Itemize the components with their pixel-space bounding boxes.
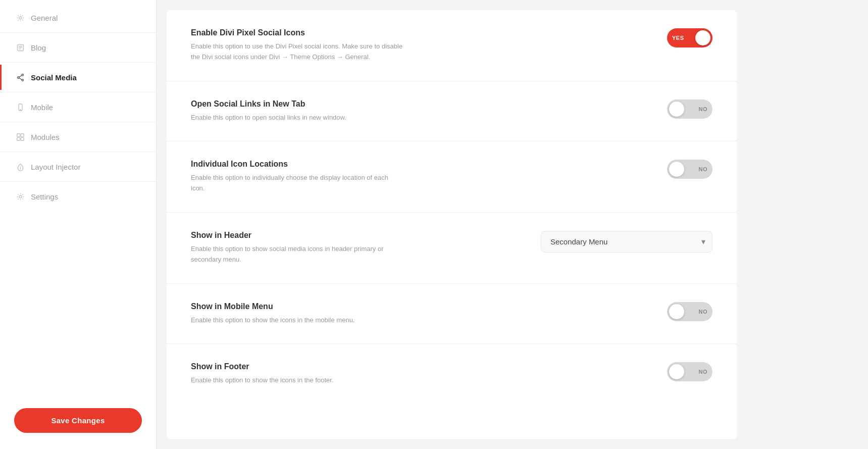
- svg-point-5: [22, 74, 23, 75]
- toggle-label-yes: YES: [672, 35, 684, 41]
- setting-row-individual-icon-locations: Individual Icon Locations Enable this op…: [167, 141, 737, 213]
- setting-label-individual-icon-locations: Individual Icon Locations: [191, 160, 403, 169]
- nav-divider-1: [0, 32, 156, 33]
- svg-rect-12: [17, 133, 20, 136]
- toggle-knob-show-in-footer: [669, 364, 684, 379]
- save-changes-button[interactable]: Save Changes: [14, 408, 142, 433]
- toggle-open-new-tab[interactable]: NO: [667, 99, 712, 119]
- setting-control-enable-social-icons: YES: [667, 28, 712, 47]
- toggle-label-no-1: NO: [699, 106, 708, 112]
- setting-control-individual-icon-locations: NO: [667, 160, 712, 179]
- main-content: Enable Divi Pixel Social Icons Enable th…: [157, 0, 747, 449]
- setting-row-show-in-footer: Show in Footer Enable this option to sho…: [167, 344, 737, 404]
- toggle-individual-icon-locations[interactable]: NO: [667, 160, 712, 179]
- svg-rect-13: [21, 133, 24, 136]
- layout-icon: [16, 162, 25, 171]
- svg-point-11: [20, 109, 20, 110]
- sidebar-item-blog-label: Blog: [31, 43, 46, 52]
- toggle-show-in-mobile-menu[interactable]: NO: [667, 302, 712, 321]
- setting-desc-show-in-header: Enable this option to show social media …: [191, 244, 403, 265]
- setting-text-open-new-tab: Open Social Links in New Tab Enable this…: [191, 99, 403, 123]
- svg-point-6: [17, 76, 19, 78]
- setting-label-show-in-footer: Show in Footer: [191, 362, 403, 371]
- dropdown-show-in-header[interactable]: Primary Menu Secondary Menu Both None: [541, 231, 712, 253]
- setting-label-show-in-header: Show in Header: [191, 231, 403, 240]
- sidebar-item-mobile[interactable]: Mobile: [0, 94, 156, 120]
- sidebar-item-social-media-label: Social Media: [31, 73, 77, 82]
- toggle-label-no-2: NO: [699, 166, 708, 172]
- mobile-icon: [16, 103, 25, 112]
- nav-divider-5: [0, 152, 156, 152]
- sidebar-item-general[interactable]: General: [0, 5, 156, 30]
- setting-label-enable-social-icons: Enable Divi Pixel Social Icons: [191, 28, 403, 37]
- setting-row-open-new-tab: Open Social Links in New Tab Enable this…: [167, 81, 737, 142]
- right-panel: [747, 0, 868, 449]
- nav-divider-6: [0, 181, 156, 182]
- settings-panel: Enable Divi Pixel Social Icons Enable th…: [167, 10, 737, 439]
- toggle-label-no-3: NO: [699, 309, 708, 315]
- svg-line-8: [19, 75, 21, 77]
- setting-label-show-in-mobile-menu: Show in Mobile Menu: [191, 302, 403, 311]
- toggle-enable-social-icons[interactable]: YES: [667, 28, 712, 47]
- setting-control-open-new-tab: NO: [667, 99, 712, 119]
- svg-point-0: [19, 16, 21, 19]
- toggle-knob-individual-icon-locations: [669, 162, 684, 177]
- toggle-knob-open-new-tab: [669, 102, 684, 117]
- setting-text-show-in-footer: Show in Footer Enable this option to sho…: [191, 362, 403, 386]
- setting-text-enable-social-icons: Enable Divi Pixel Social Icons Enable th…: [191, 28, 403, 63]
- nav-divider-4: [0, 122, 156, 122]
- setting-desc-individual-icon-locations: Enable this option to individually choos…: [191, 173, 403, 194]
- svg-line-9: [19, 78, 21, 79]
- setting-control-show-in-footer: NO: [667, 362, 712, 381]
- nav-divider-3: [0, 92, 156, 92]
- sidebar-item-settings[interactable]: Settings: [0, 184, 156, 209]
- setting-control-show-in-mobile-menu: NO: [667, 302, 712, 321]
- setting-desc-enable-social-icons: Enable this option to use the Divi Pixel…: [191, 41, 403, 63]
- setting-label-open-new-tab: Open Social Links in New Tab: [191, 99, 403, 109]
- setting-text-show-in-mobile-menu: Show in Mobile Menu Enable this option t…: [191, 302, 403, 326]
- setting-text-show-in-header: Show in Header Enable this option to sho…: [191, 231, 403, 265]
- sidebar-item-mobile-label: Mobile: [31, 103, 53, 112]
- svg-rect-15: [21, 137, 24, 140]
- sidebar-item-social-media[interactable]: Social Media: [0, 65, 156, 90]
- toggle-knob-show-in-mobile-menu: [669, 304, 684, 319]
- setting-desc-open-new-tab: Enable this option to open social links …: [191, 113, 403, 123]
- sidebar-bottom: Save Changes: [0, 394, 156, 449]
- setting-row-enable-social-icons: Enable Divi Pixel Social Icons Enable th…: [167, 10, 737, 81]
- gear-icon: [16, 13, 25, 22]
- sidebar-item-layout-injector-label: Layout Injector: [31, 163, 80, 171]
- setting-row-show-in-header: Show in Header Enable this option to sho…: [167, 213, 737, 284]
- settings-icon: [16, 192, 25, 201]
- toggle-knob-enable-social-icons: [695, 30, 710, 45]
- toggle-label-no-4: NO: [699, 369, 708, 375]
- sidebar-item-layout-injector[interactable]: Layout Injector: [0, 154, 156, 179]
- blog-icon: [16, 43, 25, 52]
- setting-row-show-in-mobile-menu: Show in Mobile Menu Enable this option t…: [167, 284, 737, 344]
- toggle-show-in-footer[interactable]: NO: [667, 362, 712, 381]
- sidebar-nav: General Blog: [0, 0, 156, 394]
- sidebar-item-settings-label: Settings: [31, 192, 58, 201]
- nav-divider-2: [0, 62, 156, 63]
- sidebar-item-blog[interactable]: Blog: [0, 35, 156, 60]
- svg-point-17: [19, 195, 21, 197]
- setting-desc-show-in-mobile-menu: Enable this option to show the icons in …: [191, 315, 403, 326]
- sidebar: General Blog: [0, 0, 157, 449]
- sidebar-item-modules-label: Modules: [31, 133, 60, 141]
- sidebar-item-modules[interactable]: Modules: [0, 124, 156, 149]
- share-icon: [16, 73, 25, 82]
- setting-desc-show-in-footer: Enable this option to show the icons in …: [191, 375, 403, 386]
- svg-point-7: [22, 79, 23, 80]
- sidebar-item-general-label: General: [31, 14, 58, 22]
- dropdown-wrapper-show-in-header: Primary Menu Secondary Menu Both None ▾: [541, 231, 712, 253]
- setting-control-show-in-header: Primary Menu Secondary Menu Both None ▾: [541, 231, 712, 253]
- modules-icon: [16, 132, 25, 141]
- svg-rect-14: [17, 137, 20, 140]
- setting-text-individual-icon-locations: Individual Icon Locations Enable this op…: [191, 160, 403, 194]
